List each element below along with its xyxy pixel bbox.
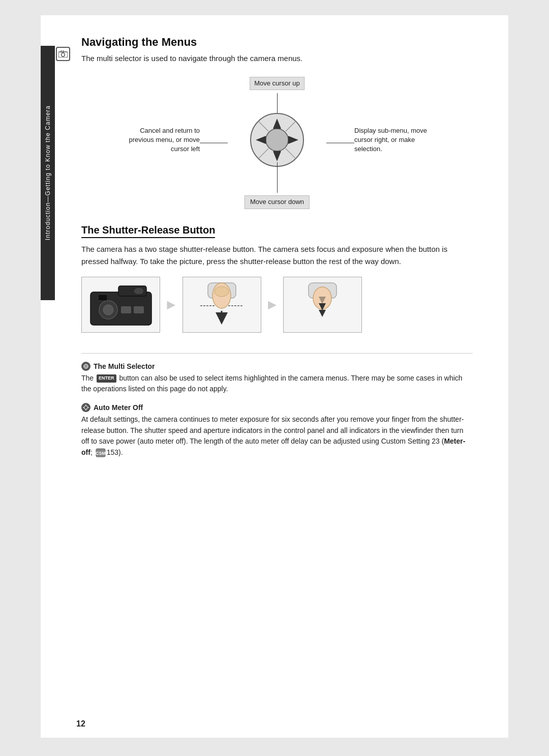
section2-title: The Shutter-Release Button — [81, 224, 215, 238]
multi-selector-svg — [247, 109, 308, 170]
note-multi-selector: The Multi Selector The ENTER button can … — [81, 362, 473, 395]
svg-rect-2 — [61, 50, 64, 52]
line-right — [326, 142, 354, 143]
page-ref-icon: CSM — [96, 448, 106, 457]
line-bottom — [277, 162, 278, 193]
label-move-down: Move cursor down — [245, 195, 310, 209]
svg-marker-30 — [319, 310, 326, 317]
shutter-section: The Shutter-Release Button The camera ha… — [81, 224, 473, 333]
svg-point-23 — [215, 286, 229, 297]
svg-point-4 — [266, 129, 288, 151]
page-container: Introduction—Getting to Know the Camera … — [41, 15, 508, 738]
svg-point-15 — [134, 287, 144, 295]
page-number: 12 — [76, 719, 85, 729]
note-auto-meter-title-text: Auto Meter Off — [94, 403, 143, 412]
notes-section: The Multi Selector The ENTER button can … — [81, 353, 473, 458]
half-press-image — [182, 277, 261, 333]
section1-title: Navigating the Menus — [81, 36, 473, 49]
camera-top-image — [81, 277, 160, 333]
svg-rect-19 — [134, 306, 144, 313]
label-cancel-return: Cancel and return to previous menu, or m… — [125, 126, 200, 154]
section2-text: The camera has a two stage shutter-relea… — [81, 243, 473, 268]
note-auto-meter-text: At default settings, the camera continue… — [81, 414, 473, 458]
svg-rect-20 — [98, 295, 107, 301]
camera-sidebar-icon — [56, 47, 70, 61]
line-left — [200, 142, 228, 143]
note-icon-auto-meter — [81, 403, 90, 412]
shutter-images-row: ► — [81, 277, 473, 333]
arrow-1: ► — [164, 297, 178, 313]
svg-text:CSM: CSM — [96, 451, 106, 456]
note-multi-selector-text: The ENTER button can also be used to sel… — [81, 373, 473, 395]
section1-intro: The multi selector is used to navigate t… — [81, 53, 473, 65]
sidebar-tab-text: Introduction—Getting to Know the Camera — [44, 105, 51, 240]
multi-selector-diagram: Move cursor up Cancel and return to prev… — [81, 77, 473, 209]
note-multi-selector-title-text: The Multi Selector — [94, 362, 155, 370]
note-auto-meter-title: Auto Meter Off — [81, 403, 473, 412]
svg-rect-18 — [121, 306, 131, 313]
svg-point-1 — [62, 53, 65, 56]
enter-badge: ENTER — [97, 374, 116, 383]
full-press-image — [283, 277, 362, 333]
note-auto-meter: Auto Meter Off At default settings, the … — [81, 403, 473, 458]
note-multi-selector-title: The Multi Selector — [81, 362, 473, 371]
label-display-submenu: Display sub-menu, move cursor right, or … — [354, 126, 430, 154]
svg-point-17 — [103, 305, 113, 315]
arrow-2: ► — [265, 297, 280, 313]
note-icon-multi — [81, 362, 90, 371]
sidebar-tab: Introduction—Getting to Know the Camera — [41, 46, 55, 300]
label-move-up: Move cursor up — [250, 77, 304, 91]
